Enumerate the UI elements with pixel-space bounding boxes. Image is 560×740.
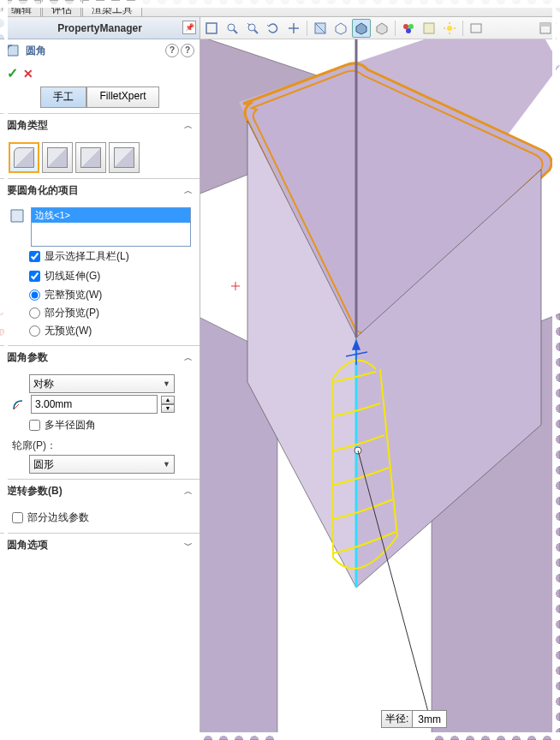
property-manager-panel: PropertyManager 📌 圆角 ? ? ✓ ✕ 手工 FilletXp… — [0, 17, 200, 740]
view-orient-icon[interactable] — [331, 19, 350, 38]
hide-show-icon[interactable] — [372, 19, 391, 38]
toolbar-sep — [307, 21, 307, 36]
rotate-view-icon[interactable] — [264, 19, 283, 38]
pm-title-bar: PropertyManager 📌 — [0, 17, 200, 39]
detail-help-icon[interactable]: ? — [181, 44, 194, 57]
partial-edge-params-check[interactable] — [12, 512, 23, 523]
callout-value[interactable]: 3mm — [413, 713, 446, 726]
expand-panel-icon[interactable] — [536, 19, 555, 38]
section-fillet-options[interactable]: 圆角选项﹀ — [0, 534, 200, 557]
radius-icon — [10, 396, 27, 413]
fillet-type-variable[interactable] — [42, 142, 73, 173]
svg-point-13 — [447, 26, 452, 31]
manual-tab[interactable]: 手工 — [40, 87, 86, 108]
multi-radius-check[interactable] — [29, 420, 40, 431]
view-toolbar — [200, 17, 557, 39]
callout-label: 半径: — [382, 711, 413, 727]
help-icon[interactable]: ? — [165, 44, 179, 57]
chevron-up-icon: ︿ — [184, 486, 193, 498]
selection-list[interactable]: 边线<1> — [31, 207, 191, 247]
partial-preview-radio[interactable] — [29, 307, 40, 319]
feature-header: 圆角 ? ? — [0, 39, 200, 62]
chevron-up-icon: ︿ — [184, 185, 193, 197]
cancel-button[interactable]: ✕ — [23, 67, 33, 81]
3d-viewport[interactable]: 半径: 3mm — [200, 39, 560, 740]
svg-marker-22 — [11, 210, 23, 222]
chevron-up-icon: ︿ — [184, 352, 193, 364]
tab-evaluate[interactable]: 评估 — [42, 0, 81, 16]
svg-marker-6 — [336, 23, 346, 34]
svg-marker-8 — [377, 23, 387, 34]
no-preview-radio[interactable] — [29, 325, 40, 337]
section-fillet-params[interactable]: 圆角参数︿ — [0, 346, 200, 369]
section-icon[interactable] — [311, 19, 330, 38]
profile-label: 轮廓(P)： — [9, 435, 191, 455]
color-icon[interactable] — [399, 19, 418, 38]
chevron-down-icon: ﹀ — [184, 540, 193, 552]
radius-input[interactable]: 3.00mm — [31, 395, 158, 414]
symmetry-dropdown[interactable]: 对称▼ — [29, 374, 175, 393]
show-selection-toolbar-check[interactable] — [29, 251, 40, 262]
texture-icon[interactable] — [420, 19, 438, 38]
ok-button[interactable]: ✓ — [7, 65, 18, 81]
selection-item[interactable]: 边线<1> — [32, 208, 190, 223]
radius-callout[interactable]: 半径: 3mm — [381, 710, 447, 728]
filletxpert-tab[interactable]: FilletXpert — [86, 87, 158, 108]
fillet-icon — [5, 43, 21, 58]
zoom-area-icon[interactable] — [223, 19, 241, 38]
fillet-type-full[interactable] — [109, 142, 140, 173]
spin-down[interactable]: ▼ — [161, 404, 175, 413]
pan-icon[interactable] — [284, 19, 303, 38]
section-items-to-fillet[interactable]: 要圆角化的项目︿ — [0, 179, 200, 202]
toolbar-sep — [462, 21, 463, 36]
chevron-up-icon: ︿ — [184, 120, 193, 132]
svg-rect-12 — [424, 23, 434, 33]
chevron-down-icon: ▼ — [163, 460, 170, 468]
section-fillet-type[interactable]: 圆角类型︿ — [0, 114, 200, 137]
command-tab-bar: 编辑 评估 渲染工具 — [0, 0, 560, 17]
section-reverse-params[interactable]: 逆转参数(B)︿ — [0, 480, 200, 503]
feature-name: 圆角 — [26, 44, 46, 58]
fillet-type-face[interactable] — [75, 142, 106, 173]
zoom-prev-icon[interactable] — [243, 19, 262, 38]
full-preview-radio[interactable] — [29, 289, 40, 301]
toolbar-sep — [395, 21, 396, 36]
svg-point-10 — [408, 24, 414, 29]
svg-point-11 — [406, 28, 411, 33]
svg-point-9 — [403, 24, 408, 29]
tangent-propagation-check[interactable] — [29, 271, 40, 282]
svg-rect-18 — [471, 24, 481, 33]
chevron-down-icon: ▼ — [163, 379, 170, 388]
profile-dropdown[interactable]: 圆形▼ — [29, 455, 175, 474]
view-settings-icon[interactable] — [467, 19, 486, 38]
fillet-type-constant[interactable] — [9, 142, 39, 173]
lighting-icon[interactable] — [440, 19, 459, 38]
pin-icon[interactable]: 📌 — [182, 21, 196, 34]
zoom-fit-icon[interactable] — [202, 19, 221, 38]
model-view — [200, 39, 560, 740]
tab-render-tools[interactable]: 渲染工具 — [82, 0, 142, 16]
display-style-icon[interactable] — [352, 19, 371, 38]
svg-point-1 — [228, 24, 235, 31]
spin-up[interactable]: ▲ — [161, 396, 175, 404]
svg-marker-7 — [356, 23, 366, 34]
edge-select-icon[interactable] — [9, 207, 26, 224]
tab-edit[interactable]: 编辑 — [2, 0, 41, 16]
pm-title: PropertyManager — [57, 22, 142, 34]
svg-rect-0 — [206, 23, 217, 33]
svg-line-2 — [234, 30, 237, 33]
svg-rect-20 — [540, 23, 551, 27]
